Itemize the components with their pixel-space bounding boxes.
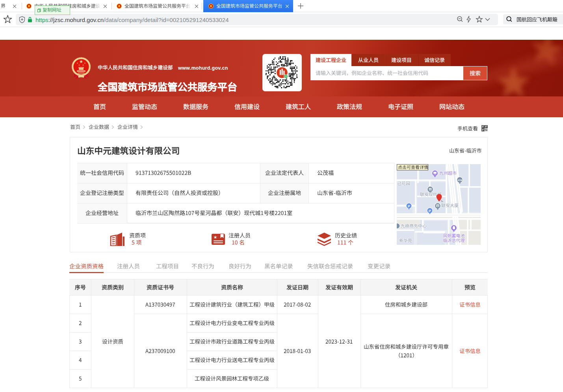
- svg-text:ATM: ATM: [457, 179, 462, 181]
- svg-text:P: P: [429, 209, 431, 213]
- svg-text:P: P: [408, 204, 411, 208]
